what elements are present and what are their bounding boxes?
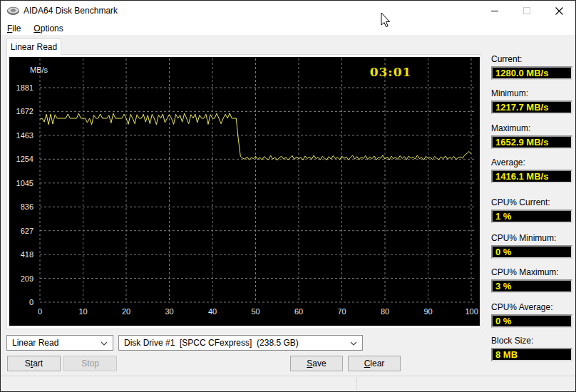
svg-text:90: 90 — [423, 307, 432, 316]
stat-value: 1 % — [491, 210, 572, 223]
svg-text:1045: 1045 — [16, 179, 34, 187]
stat-label: Average: — [491, 158, 572, 167]
chevron-down-icon — [350, 341, 357, 346]
stat-label: Maximum: — [491, 123, 572, 133]
chart-canvas: 0102030405060708090100 %1881167214631254… — [9, 57, 480, 326]
svg-text:1254: 1254 — [16, 155, 34, 163]
start-button[interactable]: Start — [7, 356, 61, 371]
svg-text:30: 30 — [165, 307, 173, 316]
svg-text:40: 40 — [208, 307, 217, 316]
svg-text:1881: 1881 — [16, 83, 34, 92]
stat-item: CPU% Current:1 % — [491, 197, 572, 223]
benchmark-type-select[interactable]: Linear Read — [6, 335, 113, 351]
benchmark-chart: 0102030405060708090100 %1881167214631254… — [9, 57, 480, 326]
save-button[interactable]: Save — [290, 356, 343, 371]
stat-label: Current: — [491, 54, 572, 64]
stat-value: 1416.1 MB/s — [491, 170, 572, 183]
stat-label: CPU% Current: — [491, 197, 572, 207]
stat-item: Average:1416.1 MB/s — [491, 158, 572, 183]
clear-button[interactable]: Clear — [348, 356, 401, 371]
svg-text:50: 50 — [251, 307, 259, 316]
svg-text:0: 0 — [29, 298, 34, 306]
stat-item: Maximum:1652.9 MB/s — [491, 123, 572, 149]
svg-text:70: 70 — [337, 307, 346, 316]
svg-text:836: 836 — [21, 202, 34, 211]
svg-text:0: 0 — [38, 307, 42, 316]
svg-text:100 %: 100 % — [465, 307, 480, 316]
svg-text:209: 209 — [21, 274, 34, 283]
stat-value: 1652.9 MB/s — [491, 135, 572, 149]
svg-text:60: 60 — [294, 307, 303, 316]
stat-item: CPU% Maximum:3 % — [491, 267, 572, 293]
status-bar-divider — [356, 378, 357, 390]
svg-text:20: 20 — [122, 307, 130, 316]
stat-item: Minimum:1217.7 MB/s — [491, 88, 572, 114]
stat-label: Minimum: — [491, 88, 572, 98]
stat-value: 0 % — [491, 314, 572, 328]
benchmark-type-value: Linear Read — [12, 338, 58, 348]
svg-text:MB/s: MB/s — [30, 66, 48, 74]
svg-text:418: 418 — [21, 250, 34, 259]
chevron-down-icon — [101, 341, 108, 346]
stat-value: 3 % — [491, 279, 572, 293]
stat-item: CPU% Minimum:0 % — [491, 233, 572, 259]
app-window: AIDA64 Disk Benchmark File Options Linea… — [0, 0, 576, 392]
svg-text:627: 627 — [21, 227, 34, 235]
svg-text:03:01: 03:01 — [370, 65, 412, 79]
menu-item-options[interactable]: Options — [27, 21, 69, 35]
app-disk-icon — [7, 6, 19, 16]
stat-label: Block Size: — [491, 336, 572, 346]
stat-value: 1280.0 MB/s — [491, 66, 572, 80]
stat-value: 8 MB — [491, 348, 572, 361]
svg-text:1672: 1672 — [16, 107, 34, 115]
stats-panel: Current:1280.0 MB/sMinimum:1217.7 MB/sMa… — [487, 1, 576, 391]
stat-item: Block Size:8 MB — [491, 336, 572, 361]
svg-text:1463: 1463 — [16, 131, 34, 140]
drive-select[interactable]: Disk Drive #1 [SPCC CFexpress] (238.5 GB… — [118, 335, 363, 351]
status-bar — [1, 376, 575, 392]
svg-text:80: 80 — [381, 307, 389, 316]
tab-label: Linear Read — [11, 42, 57, 52]
svg-text:10: 10 — [78, 307, 87, 316]
stat-item: CPU% Average:0 % — [491, 302, 572, 328]
stat-label: CPU% Maximum: — [491, 267, 572, 277]
tab-linear-read[interactable]: Linear Read — [6, 38, 61, 55]
stop-button[interactable]: Stop — [63, 356, 117, 371]
menu-item-file[interactable]: File — [1, 21, 27, 35]
stat-label: CPU% Minimum: — [491, 233, 572, 243]
drive-select-value: Disk Drive #1 [SPCC CFexpress] (238.5 GB… — [124, 338, 299, 348]
stat-value: 0 % — [491, 245, 572, 259]
window-title: AIDA64 Disk Benchmark — [24, 6, 118, 16]
stat-label: CPU% Average: — [491, 302, 572, 312]
stat-value: 1217.7 MB/s — [491, 100, 572, 114]
stat-item: Current:1280.0 MB/s — [491, 54, 572, 80]
